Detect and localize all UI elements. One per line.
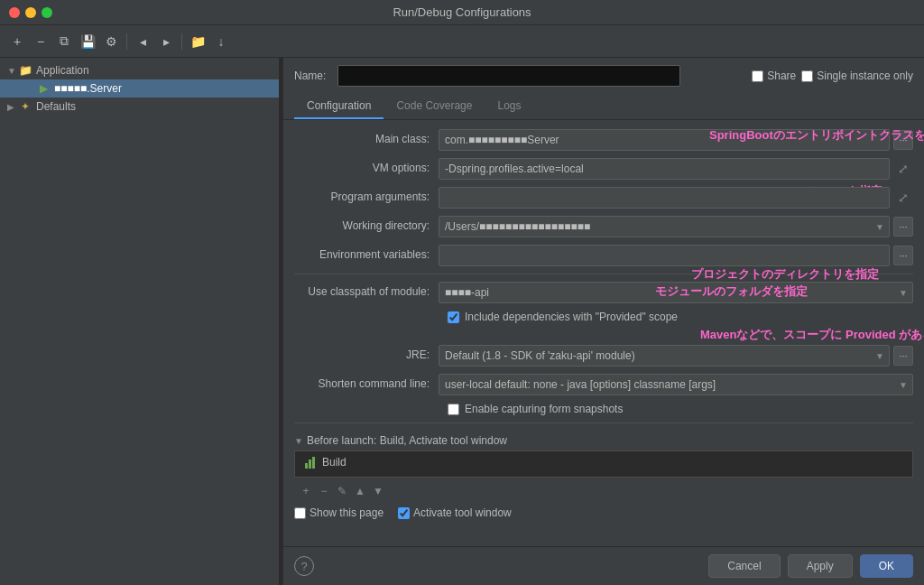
jre-select[interactable]: Default (1.8 - SDK of 'zaku-api' module) <box>439 345 890 367</box>
toolbar-separator <box>126 33 127 50</box>
before-launch-add-button[interactable]: + <box>298 483 314 499</box>
show-page-checkbox[interactable] <box>294 507 306 519</box>
single-instance-checkbox[interactable] <box>801 70 813 82</box>
tree-item-defaults[interactable]: ▶ ✦ Defaults <box>0 98 279 116</box>
include-deps-label[interactable]: Include dependencies with "Provided" sco… <box>465 311 678 323</box>
activate-tool-label: Activate tool window <box>413 506 512 519</box>
expand-arrow-defaults: ▶ <box>7 102 18 112</box>
before-launch-move-up-button[interactable]: ▲ <box>352 483 368 499</box>
add-button[interactable]: + <box>7 32 27 51</box>
before-launch-remove-button[interactable]: − <box>316 483 332 499</box>
name-label: Name: <box>294 70 330 82</box>
folder-button[interactable]: 📁 <box>188 32 208 51</box>
before-launch-list: Build <box>294 450 913 478</box>
shorten-cmd-select[interactable]: user-local default: none - java [options… <box>439 374 913 395</box>
content-area: ▼ 📁 Application ▶ ■■■■■.Server ▶ ✦ Defau… <box>0 58 924 585</box>
save-button[interactable]: 💾 <box>78 32 97 51</box>
main-class-row: Main class: ··· SpringBootのエントリポイントクラスを指… <box>294 129 913 151</box>
show-page-checkbox-label[interactable]: Show this page <box>294 506 383 519</box>
classpath-module-label: Use classpath of module: <box>294 282 439 298</box>
enable-snapshots-label[interactable]: Enable capturing form snapshots <box>465 403 623 415</box>
expand-arrow: ▼ <box>7 66 18 76</box>
main-class-label: Main class: <box>294 129 439 145</box>
before-launch-title: Before launch: Build, Activate tool wind… <box>307 434 507 447</box>
jre-control: Default (1.8 - SDK of 'zaku-api' module)… <box>439 345 913 367</box>
before-launch-move-down-button[interactable]: ▼ <box>370 483 386 499</box>
include-deps-row: Include dependencies with "Provided" sco… <box>448 311 913 323</box>
vm-options-expand-button[interactable]: ⤢ <box>893 159 913 179</box>
jre-browse-button[interactable]: ··· <box>893 346 913 366</box>
bottom-checkboxes: Show this page Activate tool window <box>294 501 913 525</box>
before-launch-edit-button[interactable]: ✎ <box>334 483 350 499</box>
env-vars-browse-button[interactable]: ··· <box>893 246 913 265</box>
minimize-button[interactable] <box>25 7 36 18</box>
tree-item-application[interactable]: ▼ 📁 Application <box>0 61 279 79</box>
working-dir-select-wrapper: ▼ <box>439 216 890 237</box>
build-item: Build <box>295 451 912 473</box>
apply-button[interactable]: Apply <box>788 554 853 578</box>
vm-options-row: VM options: ⤢ Profileにlocalを指定 <box>294 158 913 180</box>
divider-2 <box>294 422 913 423</box>
settings-button[interactable]: ⚙ <box>101 32 121 51</box>
show-page-label: Show this page <box>310 506 383 519</box>
jre-row: JRE: Default (1.8 - SDK of 'zaku-api' mo… <box>294 345 913 367</box>
tree-item-label: Application <box>36 64 89 77</box>
env-vars-input[interactable] <box>439 245 890 266</box>
bottom-bar: ? Cancel Apply OK <box>283 546 924 585</box>
env-vars-control: ··· <box>439 245 913 266</box>
remove-button[interactable]: − <box>31 32 51 51</box>
build-icon <box>302 455 317 469</box>
working-dir-row: Working directory: ▼ ··· プロジェクトのディレクトリを指… <box>294 216 913 237</box>
include-deps-checkbox[interactable] <box>448 311 459 323</box>
window-title: Run/Debug Configurations <box>393 5 531 19</box>
classpath-module-row: Use classpath of module: ■■■■-api ▼ モジュー… <box>294 282 913 303</box>
move-down-button[interactable]: ▸ <box>156 32 176 51</box>
single-instance-checkbox-label[interactable]: Single instance only <box>801 70 913 82</box>
maximize-button[interactable] <box>42 7 52 18</box>
tab-configuration[interactable]: Configuration <box>294 94 383 119</box>
folder-icon: 📁 <box>18 63 32 78</box>
bottom-right: Cancel Apply OK <box>708 554 913 578</box>
working-dir-annotation: プロジェクトのディレクトリを指定 <box>691 266 879 283</box>
run-config-icon: ▶ <box>36 81 51 96</box>
cancel-button[interactable]: Cancel <box>708 554 780 578</box>
help-button[interactable]: ? <box>294 556 314 576</box>
activate-tool-checkbox-label[interactable]: Activate tool window <box>398 506 512 519</box>
build-item-label: Build <box>322 456 346 469</box>
main-container: + − ⧉ 💾 ⚙ ◂ ▸ 📁 ↓ ▼ 📁 Application ▶ ■■■■… <box>0 25 924 585</box>
working-dir-browse-button[interactable]: ··· <box>893 217 913 237</box>
program-args-input[interactable] <box>439 187 890 209</box>
tree-item-defaults-label: Defaults <box>36 100 76 113</box>
title-bar: Run/Debug Configurations <box>0 0 924 25</box>
share-checkbox[interactable] <box>752 70 763 82</box>
activate-tool-checkbox[interactable] <box>398 507 410 519</box>
toolbar: + − ⧉ 💾 ⚙ ◂ ▸ 📁 ↓ <box>0 25 924 58</box>
program-args-row: Program arguments: ⤢ <box>294 187 913 209</box>
left-panel: ▼ 📁 Application ▶ ■■■■■.Server ▶ ✦ Defau… <box>0 58 280 585</box>
vm-options-input[interactable] <box>439 158 890 180</box>
working-dir-input[interactable] <box>439 216 890 237</box>
tab-code-coverage[interactable]: Code Coverage <box>383 94 485 119</box>
name-right-options: Share Single instance only <box>752 70 913 82</box>
copy-button[interactable]: ⧉ <box>54 32 74 51</box>
name-input[interactable] <box>337 65 680 87</box>
bottom-left: ? <box>294 556 314 576</box>
ok-button[interactable]: OK <box>860 554 913 578</box>
program-args-expand-button[interactable]: ⤢ <box>893 188 913 208</box>
close-button[interactable] <box>9 7 20 18</box>
before-launch-header: ▼ Before launch: Build, Activate tool wi… <box>294 431 913 450</box>
config-content: Main class: ··· SpringBootのエントリポイントクラスを指… <box>283 120 924 546</box>
tree-item-server[interactable]: ▶ ■■■■■.Server <box>0 79 279 98</box>
toolbar-separator-2 <box>181 33 182 50</box>
env-vars-label: Environment variables: <box>294 245 439 261</box>
tab-logs[interactable]: Logs <box>485 94 533 119</box>
classpath-module-annotation: モジュールのフォルダを指定 <box>655 283 808 300</box>
sort-button[interactable]: ↓ <box>211 32 231 51</box>
vm-options-label: VM options: <box>294 158 439 174</box>
defaults-icon: ✦ <box>18 99 32 114</box>
window-controls[interactable] <box>9 7 52 18</box>
share-checkbox-label[interactable]: Share <box>752 70 796 82</box>
enable-snapshots-checkbox[interactable] <box>448 404 459 415</box>
shorten-cmd-label: Shorten command line: <box>294 374 439 390</box>
move-up-button[interactable]: ◂ <box>133 32 152 51</box>
